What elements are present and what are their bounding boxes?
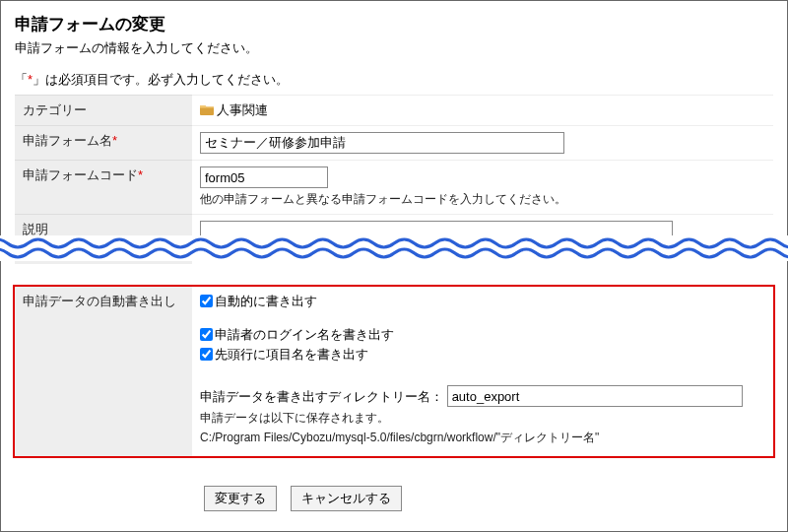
auto-export-label: 申請データの自動書き出し [15,287,192,456]
asterisk-icon: * [138,167,143,182]
cancel-button[interactable]: キャンセルする [291,486,402,511]
category-value: 人事関連 [217,102,268,117]
save-path: C:/Program Files/Cybozu/mysql-5.0/files/… [200,430,765,446]
form-name-label: 申請フォーム名* [15,126,192,161]
auto-export-checkbox[interactable] [200,295,213,307]
page-title: 申請フォームの変更 [15,13,773,35]
auto-export-section: 申請データの自動書き出し 自動的に書き出す 申請者のログイン名を書き出す 先頭行… [13,285,775,458]
category-value-cell: 人事関連 [192,96,773,126]
category-label: カテゴリー [15,96,192,126]
export-login-checkbox-label: 申請者のログイン名を書き出す [215,327,394,342]
folder-icon [200,103,214,115]
asterisk-icon: * [112,133,117,148]
directory-name-input[interactable] [447,385,743,407]
export-header-checkbox-label: 先頭行に項目名を書き出す [215,347,368,362]
submit-button[interactable]: 変更する [204,486,277,511]
form-name-input[interactable] [200,132,564,154]
export-header-checkbox[interactable] [200,348,213,361]
description-textarea[interactable] [200,221,673,258]
form-code-input[interactable] [200,166,328,188]
form-code-label: 申請フォームコード* [15,161,192,215]
page-subtitle: 申請フォームの情報を入力してください。 [15,39,773,57]
form-code-help: 他の申請フォームと異なる申請フォームコードを入力してください。 [200,191,765,208]
auto-export-checkbox-label: 自動的に書き出す [215,294,317,308]
export-login-checkbox[interactable] [200,328,213,341]
required-note: 「*」は必須項目です。必ず入力してください。 [15,71,773,89]
directory-name-label: 申請データを書き出すディレクトリー名： [200,389,443,404]
save-note: 申請データは以下に保存されます。 [200,410,765,427]
description-label: 説明 [15,215,192,265]
